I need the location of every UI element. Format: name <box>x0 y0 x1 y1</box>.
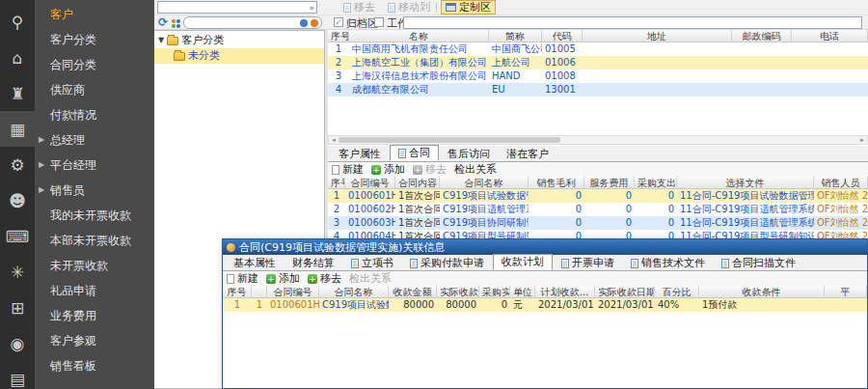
col-header[interactable]: 实际收款日期 <box>595 286 655 297</box>
col-header[interactable]: 合同内容 <box>395 177 440 188</box>
workspace-checkbox[interactable] <box>374 17 384 27</box>
col-header[interactable]: 销售毛利 <box>529 177 584 188</box>
custom-area-button[interactable]: 定制区 <box>441 0 496 14</box>
sidebar-item-payment-status[interactable]: 付款情况 <box>35 102 154 127</box>
report-icon[interactable]: ▤ <box>0 361 35 389</box>
col-header[interactable]: 序号 <box>223 286 252 297</box>
col-header[interactable]: 采购实... <box>479 286 510 297</box>
horizontal-scrollbar[interactable]: ◂ ▸ <box>328 135 868 145</box>
col-header[interactable]: 服务费用 <box>584 177 635 188</box>
col-header[interactable]: 序号 <box>328 30 349 42</box>
tab-sales-tech-docs[interactable]: 销售技术文件 <box>623 256 713 270</box>
sidebar-item-general-manager[interactable]: ▶总经理 <box>35 127 154 153</box>
calendar-icon[interactable]: ⊞ <box>0 290 35 325</box>
table-row[interactable]: 2 0100602HT 1首次合同 C919项目适航管理系统功能扩... 0 0… <box>328 203 868 216</box>
new-button[interactable]: 新建 <box>227 271 258 286</box>
col-header[interactable]: 单位 <box>510 286 535 297</box>
table-row-selected[interactable]: 1 1 0100601HT C919项目试验数据... 80000 80000 … <box>223 298 867 312</box>
sidebar-item-customers[interactable]: 客户 <box>35 2 154 27</box>
new-button[interactable]: 新建 <box>332 162 364 177</box>
tab-payment-plan[interactable]: 收款计划 <box>493 254 553 270</box>
search-clear-icon[interactable] <box>311 19 318 27</box>
scrollbar-thumb[interactable] <box>339 137 560 143</box>
remove-button[interactable]: 移去 <box>308 271 341 286</box>
tab-financial-settlement[interactable]: 财务结算 <box>285 256 342 270</box>
tree-node-unclassified[interactable]: 未分类 <box>154 48 324 64</box>
popup-titlebar[interactable]: 合同(C919项目试验数据管理实施)关联信息 <box>223 239 867 255</box>
add-button[interactable]: 添加 <box>266 271 300 286</box>
sidebar-item-supplier[interactable]: 供应商 <box>35 77 154 102</box>
sidebar-item-sales-board[interactable]: 销售看板 <box>35 353 154 378</box>
col-header[interactable]: 序号 <box>328 177 345 188</box>
col-header[interactable]: 电话 <box>792 30 868 42</box>
col-header[interactable]: 地址 <box>583 30 732 42</box>
col-header[interactable]: 合同编号 <box>345 177 395 188</box>
sidebar-item-gift-request[interactable]: 礼品申请 <box>35 278 154 303</box>
members-icon[interactable]: ◉ <box>0 325 35 361</box>
table-row-selected[interactable]: 2 上海航空工业（集团）有限公司 上航公司 01006 <box>328 56 868 69</box>
filter-input[interactable] <box>403 16 862 29</box>
search-icon[interactable]: ⚲ <box>0 4 35 40</box>
table-row[interactable]: 4 成都航空有限公司 EU 13001 <box>328 83 868 97</box>
building-icon[interactable]: ▦ <box>0 111 35 147</box>
sidebar-item-my-uninvoiced[interactable]: 我的未开票收款 <box>35 203 154 228</box>
org-icon[interactable]: ♜ <box>0 75 35 111</box>
remove-button[interactable]: 移去 <box>413 162 447 177</box>
sidebar-item-salesperson[interactable]: ▶销售员 <box>35 178 154 203</box>
tab-contract-scans[interactable]: 合同扫描文件 <box>714 256 803 270</box>
refresh-icon[interactable]: ⟳ <box>158 15 168 29</box>
tab-invoice-request[interactable]: 开票申请 <box>554 256 622 270</box>
tab-purchase-payment-request[interactable]: 采购付款申请 <box>402 256 492 270</box>
support-icon[interactable]: ☻ <box>0 182 35 218</box>
tab-potential-customer[interactable]: 潜在客户 <box>499 147 556 161</box>
col-header[interactable]: 合同名称 <box>319 286 389 297</box>
tree-search-input[interactable] <box>183 16 322 29</box>
table-row[interactable]: 3 上海汉得信息技术股份有限公司 HAND 01008 <box>328 69 868 83</box>
move-to-button[interactable]: 移动到 <box>384 0 434 14</box>
chevron-collapse-icon[interactable]: » <box>309 2 314 14</box>
tab-basic-attributes[interactable]: 基本属性 <box>226 256 284 270</box>
col-header[interactable] <box>252 286 267 297</box>
archive-checkbox[interactable]: ✓ <box>334 17 343 27</box>
sidebar-item-customer-category[interactable]: 客户分类 <box>35 27 154 52</box>
table-row[interactable]: 3 0100603HT 1首次合同 C919项目协同研制管理系统功... 0 0… <box>328 216 868 230</box>
gear-icon[interactable]: ⚙ <box>0 147 35 182</box>
tab-project-proposal[interactable]: 立项书 <box>343 256 401 270</box>
workstation-icon[interactable]: ⌨ <box>0 218 35 254</box>
col-header[interactable]: 名称 <box>349 30 489 42</box>
col-header[interactable]: 采购支出 <box>635 177 677 188</box>
col-header[interactable]: 合同编号 <box>267 286 319 297</box>
col-header[interactable]: 收款金额 <box>389 286 437 297</box>
sidebar-item-uninvoiced[interactable]: 未开票收款 <box>35 253 154 278</box>
remove-button[interactable]: 移去 <box>339 0 379 14</box>
add-button[interactable]: 添加 <box>371 162 405 177</box>
col-header[interactable]: 代码 <box>542 30 583 42</box>
home-icon[interactable]: ⌂ <box>0 40 35 75</box>
tree-view-icon[interactable] <box>172 19 176 23</box>
table-row-selected[interactable]: 1 0100601HT 1首次合同 C919项目试验数据管理实施 0 0 0 1… <box>328 189 868 203</box>
sidebar-item-business-expense[interactable]: 业务费用 <box>35 303 154 328</box>
col-header[interactable]: 简称 <box>489 30 542 42</box>
scroll-left-icon[interactable]: ◂ <box>329 136 339 144</box>
sidebar-item-customer-visit[interactable]: 客户参观 <box>35 328 154 353</box>
checkout-relation-button[interactable]: 检出关系 <box>454 162 497 177</box>
col-header[interactable]: 合同名称 <box>440 177 529 188</box>
col-header[interactable]: 收款条件 <box>699 286 825 297</box>
table-row[interactable]: 1 中国商用飞机有限责任公司 中国商飞公司 01005 <box>328 42 868 56</box>
checkout-relation-button[interactable]: 检出关系 <box>349 271 392 286</box>
sidebar-item-platform-manager[interactable]: ▶平台经理 <box>35 153 154 178</box>
search-go-icon[interactable] <box>300 19 308 27</box>
tree-node-root[interactable]: ▼ 客户分类 <box>154 33 324 48</box>
col-header[interactable]: 邮政编码 <box>732 30 792 42</box>
tab-contract[interactable]: 合同 <box>390 145 439 161</box>
col-header[interactable]: 平 <box>825 286 867 297</box>
col-header[interactable]: 选择文件 <box>677 177 814 188</box>
col-header[interactable]: 计划收款... <box>535 286 595 297</box>
network-icon[interactable]: ✳ <box>0 254 35 290</box>
tab-customer-attributes[interactable]: 客户属性 <box>331 147 389 161</box>
scroll-right-icon[interactable]: ▸ <box>857 136 867 144</box>
tree-expander-icon[interactable]: ▼ <box>158 33 164 48</box>
col-header[interactable]: 实际收款... <box>437 286 479 297</box>
view-combobox[interactable]: » <box>157 1 317 14</box>
sidebar-item-contract-category[interactable]: 合同分类 <box>35 52 154 77</box>
